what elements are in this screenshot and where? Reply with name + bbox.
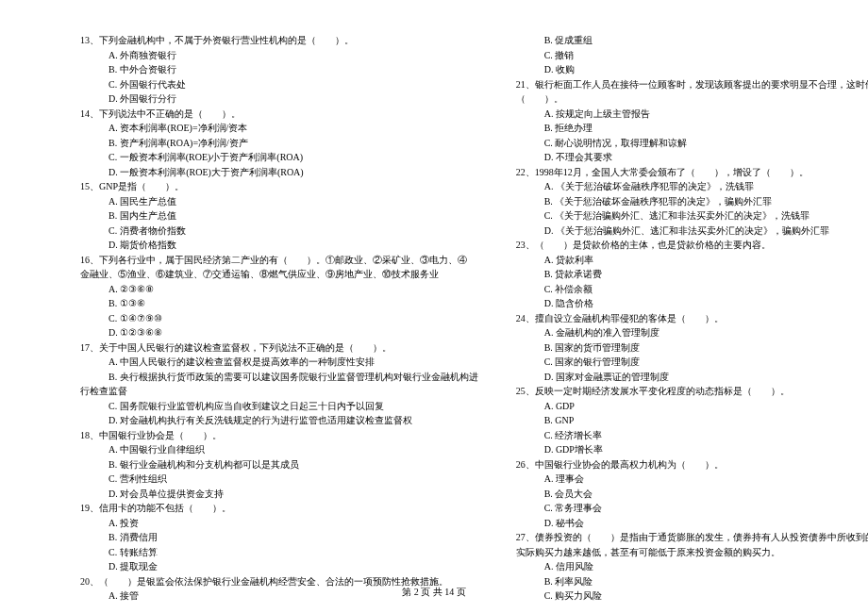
continuation-text: 实际购买力越来越低，甚至有可能低于原来投资金额的购买力。 xyxy=(516,545,868,560)
option-text: A. GDP xyxy=(516,399,868,414)
option-text: A. 资本利润率(ROE)=净利润/资本 xyxy=(80,121,478,136)
option-text: D. GDP增长率 xyxy=(516,442,868,457)
option-text: C. 国家的银行管理制度 xyxy=(516,355,868,370)
question-text: 17、关于中国人民银行的建议检查监督权，下列说法不正确的是（ ）。 xyxy=(80,340,478,356)
continuation-text: 行检查监督 xyxy=(80,384,478,399)
option-text: B. 国内生产总值 xyxy=(80,208,478,224)
option-text: A. 中国人民银行的建议检查监督权是提高效率的一种制度性安排 xyxy=(80,355,478,370)
page-number: 第 2 页 共 14 页 xyxy=(402,587,466,597)
option-text: C. 国务院银行业监管机构应当自收到建议之日起三十日内予以回复 xyxy=(80,399,478,414)
option-text: C. 经济增长率 xyxy=(516,428,868,443)
option-text: D. 提取现金 xyxy=(80,559,478,574)
option-text: D. 隐含价格 xyxy=(516,296,868,311)
option-text: D. ①②③⑥⑧ xyxy=(80,325,478,340)
right-column: B. 促成重组C. 撤销D. 收购21、银行柜面工作人员在接待一位顾客时，发现该… xyxy=(516,33,868,604)
option-text: D. 不理会其要求 xyxy=(516,150,868,165)
option-text: C. 消费者物价指数 xyxy=(80,224,478,239)
option-text: C. 耐心说明情况，取得理解和谅解 xyxy=(516,136,868,151)
question-text: 25、反映一定时期经济发展水平变化程度的动态指标是（ ）。 xyxy=(516,384,868,399)
left-column: 13、下列金融机构中，不属于外资银行营业性机构的是（ ）。A. 外商独资银行B.… xyxy=(80,33,478,604)
option-text: B. 消费信用 xyxy=(80,530,478,545)
option-text: A. 金融机构的准入管理制度 xyxy=(516,325,868,340)
question-text: 18、中国银行业协会是（ ）。 xyxy=(80,428,478,443)
option-text: C. ①④⑦⑨⑩ xyxy=(80,311,478,326)
option-text: B. 国家的货币管理制度 xyxy=(516,340,868,356)
option-text: D. 收购 xyxy=(516,62,868,77)
question-text: 27、债券投资的（ ）是指由于通货膨胀的发生，债券持有人从投资债券中所收到的金钱… xyxy=(516,530,868,545)
option-text: D. 国家对金融票证的管理制度 xyxy=(516,370,868,385)
option-text: D. 秘书会 xyxy=(516,516,868,531)
question-text: 14、下列说法中不正确的是（ ）。 xyxy=(80,107,478,122)
option-text: A. 信用风险 xyxy=(516,559,868,574)
option-text: C. 外国银行代表处 xyxy=(80,77,478,92)
option-text: A. 投资 xyxy=(80,516,478,531)
option-text: A. 国民生产总值 xyxy=(80,194,478,209)
option-text: B. 央行根据执行货币政策的需要可以建议国务院银行业监督管理机构对银行业金融机构… xyxy=(80,370,478,385)
option-text: A. 中国银行业自律组织 xyxy=(80,442,478,457)
question-text: 15、GNP是指（ ）。 xyxy=(80,179,478,194)
question-text: 23、（ ）是贷款价格的主体，也是贷款价格的主要内容。 xyxy=(516,238,868,253)
option-text: B. 贷款承诺费 xyxy=(516,267,868,282)
option-text: B. GNP xyxy=(516,413,868,428)
option-text: B. 银行业金融机构和分支机构都可以是其成员 xyxy=(80,457,478,472)
question-text: 21、银行柜面工作人员在接待一位顾客时，发现该顾客提出的要求明显不合理，这时他应 xyxy=(516,77,868,92)
option-text: C. 《关于惩治骗购外汇、逃汇和非法买卖外汇的决定》，洗钱罪 xyxy=(516,208,868,224)
option-text: A. 按规定向上级主管报告 xyxy=(516,107,868,122)
option-text: C. 转账结算 xyxy=(80,545,478,560)
option-text: A. 理事会 xyxy=(516,472,868,487)
option-text: D. 期货价格指数 xyxy=(80,238,478,253)
document-page: 13、下列金融机构中，不属于外资银行营业性机构的是（ ）。A. 外商独资银行B.… xyxy=(0,0,868,613)
question-text: 24、擅自设立金融机构罪侵犯的客体是（ ）。 xyxy=(516,311,868,326)
option-text: C. 补偿余额 xyxy=(516,282,868,297)
question-text: 19、信用卡的功能不包括（ ）。 xyxy=(80,501,478,516)
option-text: A. 《关于惩治破坏金融秩序犯罪的决定》，洗钱罪 xyxy=(516,179,868,194)
option-text: B. 资产利润率(ROA)=净利润/资产 xyxy=(80,136,478,151)
option-text: A. 外商独资银行 xyxy=(80,48,478,63)
option-text: D. 对金融机构执行有关反洗钱规定的行为进行监管也适用建议检查监督权 xyxy=(80,413,478,428)
option-text: C. 营利性组织 xyxy=(80,472,478,487)
question-text: 26、中国银行业协会的最高权力机构为（ ）。 xyxy=(516,457,868,472)
option-text: B. 会员大会 xyxy=(516,487,868,502)
question-text: 16、下列各行业中，属于国民经济第二产业的有（ ）。①邮政业、②采矿业、③电力、… xyxy=(80,253,478,268)
option-text: B. 拒绝办理 xyxy=(516,121,868,136)
option-text: D. 《关于惩治骗购外汇、逃汇和非法买卖外汇的决定》，骗购外汇罪 xyxy=(516,224,868,239)
option-text: A. 贷款利率 xyxy=(516,253,868,268)
option-text: B. ①③⑥ xyxy=(80,296,478,311)
option-text: B. 《关于惩治破坏金融秩序犯罪的决定》，骗购外汇罪 xyxy=(516,194,868,209)
continuation-text: （ ）。 xyxy=(516,91,868,107)
option-text: D. 对会员单位提供资金支持 xyxy=(80,487,478,502)
page-footer: 第 2 页 共 14 页 xyxy=(0,586,868,599)
option-text: D. 一般资本利润率(ROE)大于资产利润率(ROA) xyxy=(80,165,478,180)
option-text: C. 常务理事会 xyxy=(516,501,868,516)
option-text: B. 促成重组 xyxy=(516,33,868,48)
option-text: D. 外国银行分行 xyxy=(80,91,478,107)
option-text: C. 撤销 xyxy=(516,48,868,63)
option-text: A. ②③⑥⑧ xyxy=(80,282,478,297)
continuation-text: 金融业、⑤渔业、⑥建筑业、⑦交通运输、⑧燃气供应业、⑨房地产业、⑩技术服务业 xyxy=(80,267,478,282)
question-text: 13、下列金融机构中，不属于外资银行营业性机构的是（ ）。 xyxy=(80,33,478,48)
question-text: 22、1998年12月，全国人大常委会颁布了（ ），增设了（ ）。 xyxy=(516,165,868,180)
option-text: C. 一般资本利润率(ROE)小于资产利润率(ROA) xyxy=(80,150,478,165)
option-text: B. 中外合资银行 xyxy=(80,62,478,77)
